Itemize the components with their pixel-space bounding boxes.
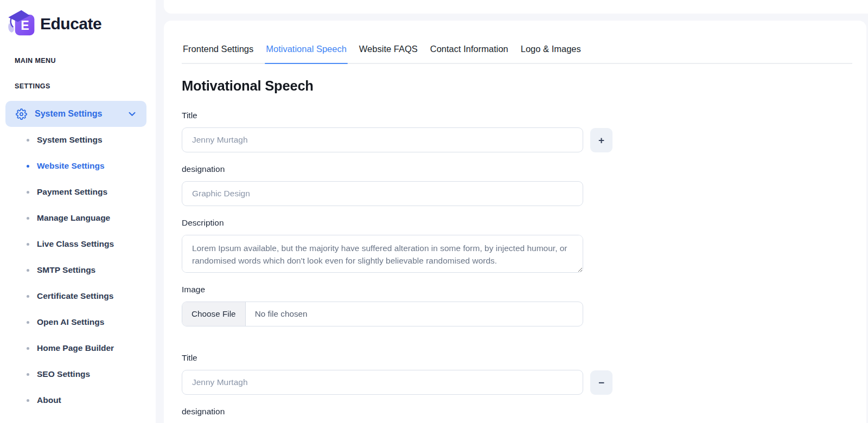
sidebar-item-label: Live Class Settings — [37, 239, 114, 249]
remove-entry-button[interactable]: − — [590, 370, 612, 395]
chevron-down-icon — [129, 109, 136, 119]
sidebar-section-main-menu: MAIN MENU — [0, 57, 156, 65]
sidebar-item-open-ai-settings[interactable]: Open AI Settings — [0, 309, 156, 335]
sidebar-item-label: Manage Language — [37, 213, 110, 223]
sidebar-item-label: About — [37, 395, 61, 405]
designation-label: designation — [182, 164, 852, 174]
sidebar-item-smtp-settings[interactable]: SMTP Settings — [0, 257, 156, 283]
sidebar-sub-list: System Settings Website Settings Payment… — [0, 127, 156, 413]
sidebar-parent-label: System Settings — [35, 109, 102, 119]
sidebar-item-label: SEO Settings — [37, 369, 90, 379]
main-area: Frontend Settings Motivational Speech We… — [164, 0, 868, 423]
sidebar-item-about[interactable]: About — [0, 387, 156, 413]
settings-tab-bar: Frontend Settings Motivational Speech We… — [182, 21, 852, 64]
sidebar-item-live-class-settings[interactable]: Live Class Settings — [0, 231, 156, 257]
tab-website-faqs[interactable]: Website FAQS — [358, 44, 419, 63]
sidebar-item-label: System Settings — [37, 135, 103, 145]
sidebar-item-label: Open AI Settings — [37, 317, 104, 327]
sidebar-item-label: Certificate Settings — [37, 291, 113, 301]
sidebar-section-settings: SETTINGS — [0, 82, 156, 90]
tab-logo-images[interactable]: Logo & Images — [520, 44, 582, 63]
speech-entry-section-1: Title + designation Description Image Ch… — [182, 111, 852, 326]
bullet-icon — [27, 373, 29, 376]
sidebar-item-home-page-builder[interactable]: Home Page Builder — [0, 335, 156, 361]
sidebar-item-label: Website Settings — [37, 161, 105, 171]
title-label: Title — [182, 353, 852, 363]
header-strip — [164, 0, 868, 14]
bullet-icon — [27, 399, 29, 402]
logo-link[interactable]: E Educate — [0, 0, 156, 42]
bullet-icon — [27, 347, 29, 350]
title-input[interactable] — [182, 127, 583, 152]
speech-entry-section-2: Title − designation — [182, 353, 852, 416]
title-label: Title — [182, 111, 852, 120]
bullet-icon — [27, 191, 29, 194]
sidebar-item-certificate-settings[interactable]: Certificate Settings — [0, 283, 156, 309]
image-file-input[interactable]: Choose File No file chosen — [182, 302, 583, 326]
sidebar-item-label: Payment Settings — [37, 187, 107, 197]
bullet-icon — [27, 217, 29, 220]
bullet-icon — [27, 269, 29, 272]
image-label: Image — [182, 285, 852, 294]
sidebar-item-seo-settings[interactable]: SEO Settings — [0, 361, 156, 387]
file-status-text: No file chosen — [246, 302, 308, 326]
sidebar-item-system-settings[interactable]: System Settings — [0, 127, 156, 153]
sidebar-item-label: SMTP Settings — [37, 265, 95, 275]
description-textarea[interactable] — [182, 235, 583, 273]
sidebar-item-label: Home Page Builder — [37, 343, 114, 353]
bullet-icon — [27, 321, 29, 324]
sidebar-item-system-settings-parent[interactable]: System Settings — [5, 101, 146, 127]
svg-text:E: E — [21, 18, 29, 33]
tab-contact-information[interactable]: Contact Information — [429, 44, 509, 63]
bullet-icon — [27, 295, 29, 298]
add-entry-button[interactable]: + — [590, 128, 612, 152]
sidebar-item-payment-settings[interactable]: Payment Settings — [0, 179, 156, 205]
choose-file-button[interactable]: Choose File — [182, 302, 246, 326]
bullet-icon — [27, 165, 29, 168]
educate-logo-icon: E — [7, 7, 38, 41]
page-title: Motivational Speech — [182, 78, 852, 94]
tab-motivational-speech[interactable]: Motivational Speech — [265, 44, 348, 63]
bullet-icon — [27, 139, 29, 142]
bullet-icon — [27, 243, 29, 246]
title-input[interactable] — [182, 370, 583, 395]
sidebar: E Educate MAIN MENU SETTINGS System Sett… — [0, 0, 156, 423]
sidebar-item-website-settings[interactable]: Website Settings — [0, 153, 156, 179]
gear-icon — [16, 108, 27, 120]
sidebar-item-manage-language[interactable]: Manage Language — [0, 205, 156, 231]
tab-frontend-settings[interactable]: Frontend Settings — [182, 44, 254, 63]
designation-label: designation — [182, 407, 852, 416]
designation-input[interactable] — [182, 181, 583, 206]
brand-name: Educate — [40, 15, 101, 33]
description-label: Description — [182, 218, 852, 228]
website-settings-card: Frontend Settings Motivational Speech We… — [164, 21, 866, 423]
